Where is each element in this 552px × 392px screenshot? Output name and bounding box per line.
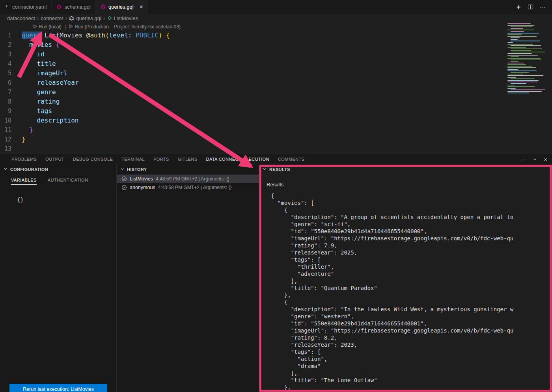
graphql-icon xyxy=(56,4,62,9)
code-text: query ListMovies @auth(level: PUBLIC) { xyxy=(22,31,170,40)
code-line[interactable]: 1query ListMovies @auth(level: PUBLIC) { xyxy=(0,31,552,40)
result-json-line: "adventure" xyxy=(271,270,552,277)
breadcrumb-label: ListMovies xyxy=(114,15,138,21)
configuration-header[interactable]: CONFIGURATION xyxy=(0,164,116,175)
svg-text:!: ! xyxy=(6,4,7,9)
code-line[interactable]: 10 description xyxy=(0,116,552,125)
line-number: 4 xyxy=(0,59,22,69)
code-line[interactable]: 6 releaseYear xyxy=(0,78,552,87)
line-number: 5 xyxy=(0,69,22,78)
result-json-line: { xyxy=(271,299,552,306)
line-number: 6 xyxy=(0,78,22,87)
line-number: 2 xyxy=(0,40,22,50)
result-json-line: }, xyxy=(271,292,552,299)
panel-tab-gitlens[interactable]: GITLENS xyxy=(173,154,202,164)
results-section[interactable]: RESULTS Results { "movies": [ { "descrip… xyxy=(259,164,552,392)
breadcrumb-item-connector[interactable]: connector xyxy=(41,15,63,21)
breadcrumb-item-queries.gql[interactable]: queries.gql xyxy=(69,15,101,21)
code-text: title xyxy=(22,59,56,69)
code-line[interactable]: 7 genre xyxy=(0,87,552,97)
panel-maximize-icon[interactable] xyxy=(532,157,537,162)
minimap[interactable] xyxy=(507,23,551,93)
code-line[interactable]: 9 tags xyxy=(0,106,552,116)
close-tab-icon[interactable]: × xyxy=(140,4,143,10)
breadcrumb-item-dataconnect[interactable]: dataconnect xyxy=(7,15,35,21)
configuration-section: CONFIGURATION VARIABLESAUTHENTICATION {} xyxy=(0,164,117,392)
panel-close-icon[interactable]: × xyxy=(544,156,547,163)
sparkle-icon[interactable] xyxy=(516,4,521,10)
config-tab-authentication[interactable]: AUTHENTICATION xyxy=(48,178,88,185)
chevron-down-icon xyxy=(120,167,125,172)
code-line[interactable]: 8 rating xyxy=(0,97,552,106)
panel-tab-problems[interactable]: PROBLEMS xyxy=(7,154,41,164)
result-json-line: "movies": [ xyxy=(271,199,552,206)
result-json-line: "action", xyxy=(271,355,552,362)
code-text: genre xyxy=(22,87,56,97)
config-tab-variables[interactable]: VARIABLES xyxy=(11,178,37,185)
split-editor-icon[interactable] xyxy=(528,4,533,9)
more-actions-icon[interactable]: ··· xyxy=(540,4,546,10)
history-header[interactable]: HISTORY xyxy=(117,164,259,175)
panel-tab-output[interactable]: OUTPUT xyxy=(41,154,69,164)
result-json-line: "rating": 7.9, xyxy=(271,242,552,249)
run-local-link[interactable]: Run (local) xyxy=(33,24,62,30)
breadcrumb-label: connector xyxy=(41,15,63,21)
panel-tab-ports[interactable]: PORTS xyxy=(149,154,173,164)
panel-tab-debug-console[interactable]: DEBUG CONSOLE xyxy=(69,154,117,164)
result-json-line: "imageUrl": "https://firebasestorage.goo… xyxy=(271,327,552,334)
graphql-icon xyxy=(69,16,74,21)
result-json-line: "imageUrl": "https://firebasestorage.goo… xyxy=(271,235,552,242)
breadcrumb-separator: › xyxy=(103,15,105,21)
result-json-line: "id": "550e8400e29b41d4a716446655440001"… xyxy=(271,320,552,327)
panel-more-icon[interactable]: ··· xyxy=(520,156,526,163)
code-line[interactable]: 13 xyxy=(0,144,552,154)
history-row-name: anonymous xyxy=(130,185,155,190)
history-row[interactable]: anonymous4:43:58 PM GMT+2 | Arguments: {… xyxy=(117,183,259,192)
code-editor[interactable]: Run (local) | Run (Production – Project:… xyxy=(0,22,552,154)
bottom-panel: PROBLEMSOUTPUTDEBUG CONSOLETERMINALPORTS… xyxy=(0,154,552,392)
panel-actions: ··· × xyxy=(520,156,547,163)
chevron-down-icon xyxy=(3,167,8,172)
line-number: 13 xyxy=(0,144,22,154)
result-json-line: "rating": 8.2, xyxy=(271,334,552,341)
result-json-line: "description": "A group of scientists ac… xyxy=(271,214,552,221)
panel-tabs-row: PROBLEMSOUTPUTDEBUG CONSOLETERMINALPORTS… xyxy=(0,154,552,164)
panel-tab-data-connect-execution[interactable]: DATA CONNECT EXECUTION xyxy=(202,154,274,164)
tab-connector.yaml[interactable]: !connector.yaml xyxy=(0,0,52,14)
run-production-link[interactable]: Run (Production – Project: friendly-flix… xyxy=(69,24,181,30)
result-json-line: { xyxy=(271,192,552,199)
result-json-line: "genre": "western", xyxy=(271,313,552,320)
line-number: 8 xyxy=(0,97,22,106)
panel-tab-terminal[interactable]: TERMINAL xyxy=(117,154,149,164)
code-text: tags xyxy=(22,106,52,116)
results-header[interactable]: RESULTS xyxy=(259,164,552,175)
chevron-down-icon xyxy=(262,167,267,172)
result-json-line: "genre": "sci-fi", xyxy=(271,221,552,228)
result-json-line: "tags": [ xyxy=(271,348,552,355)
result-json-line: { xyxy=(271,206,552,214)
code-line[interactable]: 2 movies { xyxy=(0,40,552,50)
tab-schema.gql[interactable]: schema.gql xyxy=(52,0,95,14)
code-line[interactable]: 4 title xyxy=(0,59,552,69)
result-json-line: "releaseYear": 2025, xyxy=(271,249,552,256)
code-text: imageUrl xyxy=(22,69,67,78)
panel-tab-comments[interactable]: COMMENTS xyxy=(274,154,309,164)
history-row[interactable]: ListMovies4:48:59 PM GMT+2 | Arguments: … xyxy=(117,175,259,183)
results-json: { "movies": [ { "description": "A group … xyxy=(271,192,552,391)
breadcrumb-item-ListMovies[interactable]: ListMovies xyxy=(107,15,138,21)
code-line[interactable]: 3 id xyxy=(0,50,552,59)
code-line[interactable]: 5 imageUrl xyxy=(0,69,552,78)
code-line[interactable]: 12} xyxy=(0,135,552,144)
line-number: 1 xyxy=(0,31,22,40)
variables-value[interactable]: {} xyxy=(17,197,116,203)
code-text: description xyxy=(22,116,79,125)
tab-queries.gql[interactable]: queries.gql× xyxy=(96,0,148,14)
code-text: movies { xyxy=(22,40,60,50)
tab-bar-actions: ··· xyxy=(516,0,552,14)
history-rows: ListMovies4:48:59 PM GMT+2 | Arguments: … xyxy=(117,175,259,192)
tab-label: connector.yaml xyxy=(12,4,47,10)
history-row-meta: 4:43:58 PM GMT+2 | Arguments: {} xyxy=(158,185,232,190)
code-line[interactable]: 11 } xyxy=(0,125,552,135)
code-text: id xyxy=(22,50,45,59)
rerun-button[interactable]: Rerun last execution: ListMovies xyxy=(9,384,107,392)
